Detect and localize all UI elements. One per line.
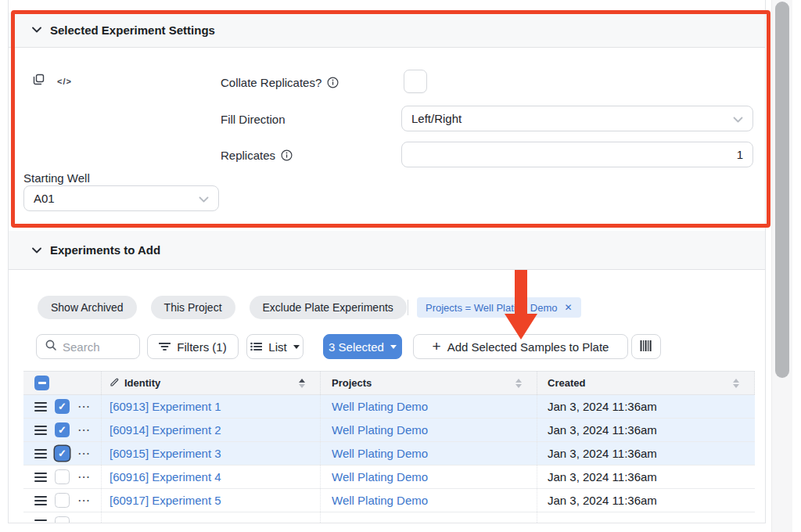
chevron-down-icon[interactable] (32, 27, 41, 33)
drag-handle-icon[interactable] (34, 426, 47, 435)
drag-handle-icon[interactable] (34, 496, 47, 505)
plus-icon: + (433, 339, 441, 354)
code-button[interactable]: </> (57, 77, 72, 86)
search-icon (45, 340, 56, 354)
chip-show-archived[interactable]: Show Archived (38, 296, 137, 319)
info-icon[interactable] (327, 77, 339, 88)
project-link[interactable]: Well Plating Demo (332, 447, 428, 460)
starting-well-select[interactable]: A01 (23, 185, 219, 211)
add-selected-samples-button[interactable]: + Add Selected Samples to Plate (413, 334, 628, 359)
experiment-link[interactable]: [60913] Experiment 1 (110, 400, 221, 413)
settings-section-header: Selected Experiment Settings (9, 13, 765, 48)
project-link[interactable]: Well Plating Demo (332, 470, 428, 483)
filters-button[interactable]: Filters (1) (147, 334, 239, 359)
row-checkbox[interactable]: ✓ (55, 399, 70, 414)
row-checkbox[interactable]: ✓ (55, 493, 70, 508)
table-row: ✓ ⋯ [60913] Experiment 1 Well Plating De… (23, 395, 755, 419)
edit-pencil-icon (110, 376, 120, 390)
starting-well-value: A01 (34, 192, 55, 205)
list-view-button[interactable]: List (246, 334, 304, 359)
panel-right-divider (765, 0, 766, 523)
replicates-label: Replicates (221, 148, 293, 162)
more-actions-icon[interactable]: ⋯ (77, 448, 91, 460)
list-button-label: List (268, 340, 286, 354)
scrollbar-track[interactable] (771, 0, 792, 532)
filter-chips: Show Archived This Project Exclude Plate… (38, 296, 407, 319)
dropdown-chevron-icon (733, 112, 743, 125)
more-actions-icon[interactable]: ⋯ (77, 401, 91, 413)
created-timestamp: Jan 3, 2024 11:36am (548, 447, 657, 460)
search-input-container (36, 334, 140, 359)
sort-icon (299, 379, 305, 388)
copy-button[interactable] (33, 74, 45, 88)
table-row-partial (23, 512, 755, 523)
project-link[interactable]: Well Plating Demo (332, 423, 428, 437)
experiments-section-header: Experiments to Add (9, 231, 765, 270)
selected-count-label: 3 Selected (329, 340, 384, 354)
replicates-input[interactable] (401, 142, 753, 167)
plate-setup-panel: Selected Experiment Settings </> Collate… (0, 0, 801, 532)
row-checkbox[interactable]: ✓ (55, 469, 70, 484)
table-row: ✓ ⋯ [60916] Experiment 4 Well Plating De… (23, 466, 755, 489)
caret-down-icon (390, 345, 397, 349)
chips-tag-divider (408, 300, 408, 315)
more-actions-icon[interactable]: ⋯ (77, 424, 91, 437)
fill-direction-value: Left/Right (411, 112, 462, 125)
starting-well-label: Starting Well (23, 171, 90, 185)
settings-section-title: Selected Experiment Settings (50, 23, 215, 37)
selected-count-button[interactable]: 3 Selected (323, 334, 402, 359)
active-filter-tag: Projects = Well Plating Demo ✕ (417, 297, 581, 318)
row-checkbox[interactable]: ✓ (55, 422, 70, 437)
drag-handle-icon[interactable] (34, 402, 47, 412)
panel-bottom-divider (8, 523, 766, 523)
experiments-section-title: Experiments to Add (50, 243, 160, 257)
select-all-checkbox[interactable] (34, 376, 49, 390)
experiment-link[interactable]: [60915] Experiment 3 (110, 447, 221, 460)
barcode-icon (640, 340, 652, 354)
add-button-label: Add Selected Samples to Plate (447, 340, 609, 354)
sort-icon (733, 379, 739, 388)
created-timestamp: Jan 3, 2024 11:36am (548, 423, 657, 437)
scrollbar-thumb[interactable] (775, 2, 789, 378)
chip-exclude-plate-experiments[interactable]: Exclude Plate Experiments (250, 296, 407, 319)
fill-direction-label: Fill Direction (221, 112, 286, 126)
collate-replicates-label: Collate Replicates? (221, 75, 339, 89)
filter-icon (159, 340, 171, 354)
filters-button-label: Filters (1) (177, 340, 226, 354)
sort-icon (515, 379, 522, 388)
row-checkbox[interactable] (55, 516, 70, 523)
experiments-table: Identity Projects Created ✓ ⋯ [60913] Ex… (23, 371, 755, 523)
chip-this-project[interactable]: This Project (151, 296, 235, 319)
table-row: ✓ ⋯ [60915] Experiment 3 Well Plating De… (23, 442, 755, 466)
column-header-created[interactable]: Created (537, 372, 755, 394)
more-actions-icon[interactable]: ⋯ (77, 494, 91, 507)
caret-down-icon (293, 345, 300, 349)
created-timestamp: Jan 3, 2024 11:36am (548, 470, 657, 483)
created-timestamp: Jan 3, 2024 11:36am (548, 494, 657, 507)
collate-replicates-checkbox[interactable] (404, 70, 427, 93)
drag-handle-icon[interactable] (34, 473, 47, 482)
table-row: ✓ ⋯ [60917] Experiment 5 Well Plating De… (23, 489, 755, 512)
column-header-identity[interactable]: Identity (102, 372, 321, 394)
drag-handle-icon[interactable] (34, 449, 47, 458)
close-icon[interactable]: ✕ (564, 302, 572, 313)
created-timestamp: Jan 3, 2024 11:36am (548, 400, 657, 413)
barcode-button[interactable] (631, 334, 661, 359)
project-link[interactable]: Well Plating Demo (332, 494, 428, 507)
filter-tag-text: Projects = Well Plating Demo (426, 302, 557, 314)
experiment-link[interactable]: [60916] Experiment 4 (110, 470, 221, 483)
drag-handle-icon[interactable] (34, 519, 47, 523)
list-icon (250, 340, 262, 354)
experiment-link[interactable]: [60914] Experiment 2 (110, 423, 221, 437)
chevron-down-icon[interactable] (32, 247, 41, 253)
table-row: ✓ ⋯ [60914] Experiment 2 Well Plating De… (23, 419, 755, 442)
column-header-projects[interactable]: Projects (321, 372, 537, 394)
table-header-row: Identity Projects Created (23, 372, 755, 395)
info-icon[interactable] (281, 149, 293, 161)
more-actions-icon[interactable]: ⋯ (77, 471, 91, 483)
experiment-link[interactable]: [60917] Experiment 5 (110, 494, 221, 507)
row-checkbox[interactable]: ✓ (55, 446, 70, 461)
project-link[interactable]: Well Plating Demo (332, 400, 428, 413)
search-input[interactable] (63, 340, 133, 354)
fill-direction-select[interactable]: Left/Right (401, 106, 753, 131)
